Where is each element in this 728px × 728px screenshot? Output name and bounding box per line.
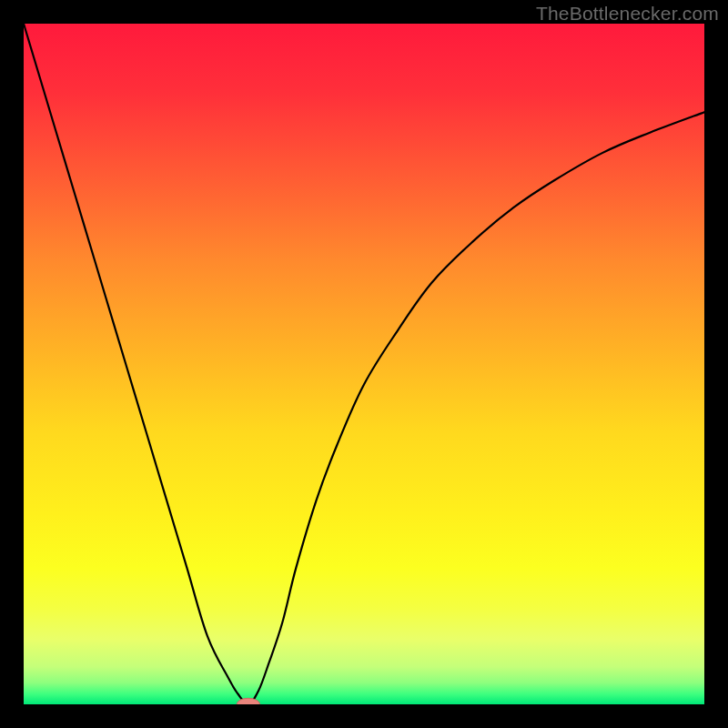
- chart-svg: [24, 24, 704, 704]
- chart-frame: [24, 24, 704, 704]
- watermark-text: TheBottlenecker.com: [536, 3, 719, 25]
